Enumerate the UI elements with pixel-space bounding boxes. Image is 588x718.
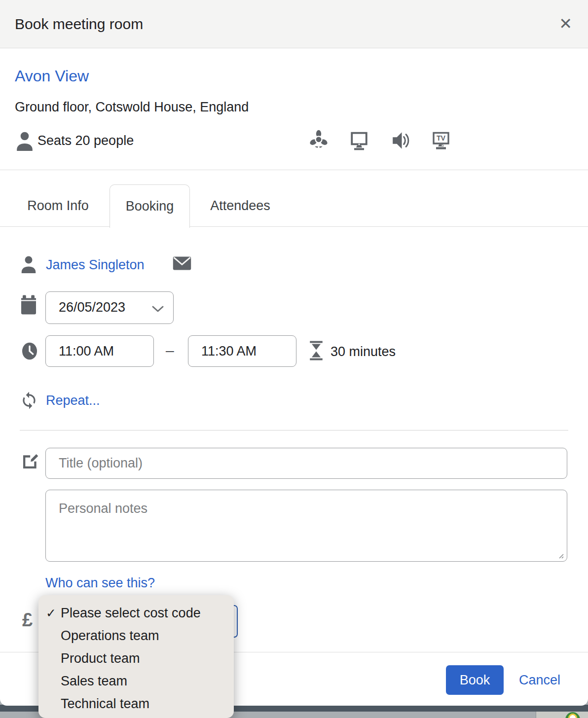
dialog-title: Book meeting room <box>15 0 143 48</box>
menu-item-label: Please select cost code <box>61 606 201 620</box>
person-icon <box>20 253 37 275</box>
duration-label: 30 minutes <box>331 344 396 359</box>
tv-icon: TV <box>431 130 451 152</box>
repeat-link[interactable]: Repeat... <box>46 393 100 408</box>
date-picker[interactable]: 26/05/2023 <box>45 291 174 324</box>
menu-item-label: Operations team <box>61 628 159 643</box>
repeat-icon <box>20 391 38 410</box>
calendar-icon <box>20 294 37 315</box>
menu-item-label: Technical team <box>61 696 149 711</box>
svg-text:TV: TV <box>437 134 446 142</box>
close-icon[interactable]: ✕ <box>555 0 576 48</box>
visibility-link[interactable]: Who can see this? <box>45 575 155 591</box>
form-divider <box>20 430 568 431</box>
screenshot-stage: Book meeting room ✕ Avon View Ground flo… <box>0 0 588 718</box>
title-input[interactable] <box>45 448 567 479</box>
room-location: Ground floor, Cotswold House, England <box>15 100 249 115</box>
hourglass-icon <box>307 339 325 362</box>
time-separator: – <box>166 342 174 359</box>
date-value: 26/05/2023 <box>59 292 125 323</box>
menu-item-please-select[interactable]: ✓ Please select cost code <box>38 602 234 624</box>
person-icon <box>15 129 35 153</box>
dialog-header: Book meeting room ✕ <box>0 0 588 48</box>
pound-icon: £ <box>22 610 33 631</box>
menu-item-operations-team[interactable]: Operations team <box>38 624 234 647</box>
menu-item-label: Product team <box>61 651 140 666</box>
tabbar-baseline <box>0 226 588 227</box>
email-icon[interactable] <box>173 256 191 271</box>
cancel-button[interactable]: Cancel <box>519 673 560 688</box>
clock-icon <box>21 340 38 362</box>
menu-item-sales-team[interactable]: Sales team <box>38 670 234 692</box>
room-capacity: Seats 20 people <box>37 133 134 148</box>
organizer-link[interactable]: James Singleton <box>46 257 145 273</box>
cost-code-menu: ✓ Please select cost code Operations tea… <box>38 595 234 718</box>
chevron-down-icon <box>151 302 164 317</box>
projector-icon <box>309 129 329 152</box>
menu-item-technical-team[interactable]: Technical team <box>38 692 234 715</box>
edit-icon <box>21 451 40 471</box>
check-icon: ✓ <box>46 602 56 624</box>
room-name-link[interactable]: Avon View <box>15 67 89 85</box>
tab-booking[interactable]: Booking <box>110 184 190 228</box>
section-divider <box>0 170 588 170</box>
start-time-input[interactable] <box>45 335 154 367</box>
end-time-input[interactable] <box>188 335 296 367</box>
page-behind-panel <box>536 712 588 718</box>
book-button[interactable]: Book <box>446 665 504 695</box>
menu-item-product-team[interactable]: Product team <box>38 647 234 670</box>
tab-attendees[interactable]: Attendees <box>203 184 277 227</box>
monitor-icon <box>349 130 369 152</box>
tab-room-info[interactable]: Room Info <box>20 184 96 227</box>
menu-item-label: Sales team <box>61 674 127 688</box>
audio-icon <box>391 129 410 152</box>
notes-textarea[interactable] <box>45 490 567 562</box>
